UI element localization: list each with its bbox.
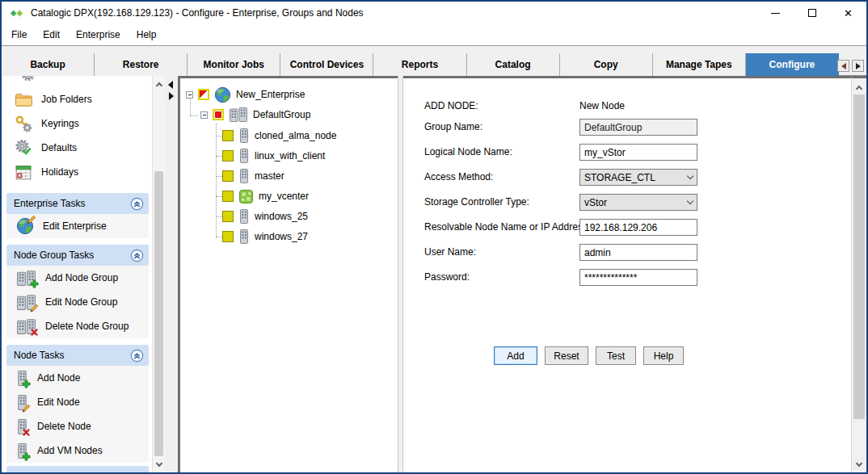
x-icon: [30, 328, 39, 337]
section-header-node-tasks[interactable]: Node Tasks: [6, 345, 149, 366]
tab-reports[interactable]: Reports: [373, 53, 466, 76]
collapse-section-icon[interactable]: [130, 349, 144, 363]
checkbox-checked[interactable]: [222, 231, 234, 242]
group-name-input[interactable]: [579, 119, 697, 136]
sidebar-item-label: Delete Node: [37, 421, 91, 432]
scroll-up-button[interactable]: [852, 81, 866, 94]
resolvable-node-name-input[interactable]: [579, 219, 697, 236]
plus-icon: [22, 452, 31, 461]
tab-manage-tapes[interactable]: Manage Tapes: [653, 53, 746, 76]
tree-item-cloned-alma-node[interactable]: cloned_alma_node: [222, 127, 336, 145]
sidebar-item-job-folders[interactable]: Job Folders: [2, 87, 152, 111]
maximize-button[interactable]: [794, 2, 830, 24]
sidebar-item-label: Add VM Nodes: [37, 445, 103, 456]
checkbox-checked[interactable]: [222, 150, 234, 161]
scroll-down-button[interactable]: [852, 458, 866, 472]
panel-splitter[interactable]: [165, 76, 178, 472]
scrollbar-thumb[interactable]: [853, 94, 865, 419]
sidebar-scrollbar[interactable]: [152, 76, 165, 472]
tab-configure[interactable]: Configure: [746, 53, 839, 76]
sidebar-item-label: Add Node Group: [45, 272, 118, 283]
sidebar-item-defaults[interactable]: Defaults: [2, 136, 152, 160]
checkbox-checked[interactable]: [222, 130, 234, 141]
tree-item-my-vcenter[interactable]: my_vcenter: [222, 187, 309, 205]
user-name-input[interactable]: [579, 244, 697, 261]
menu-file[interactable]: File: [3, 29, 35, 40]
chevron-down-icon: [687, 173, 693, 179]
tree-item-label: cloned_alma_node: [255, 130, 336, 141]
collapse-toggle-icon[interactable]: [200, 111, 208, 119]
menu-enterprise[interactable]: Enterprise: [68, 29, 129, 40]
sidebar-item-delete-node[interactable]: Delete Node: [6, 414, 149, 438]
tab-copy[interactable]: Copy: [560, 53, 653, 76]
form-title-label: ADD NODE:: [424, 100, 478, 111]
minimize-icon: [771, 13, 780, 14]
sidebar-item-edit-node-group[interactable]: Edit Node Group: [6, 290, 149, 314]
tab-scroll-right-button[interactable]: [852, 60, 864, 72]
tree-item-windows-27[interactable]: windows_27: [222, 228, 308, 245]
enterprise-tree-panel: New_Enterprise DefaultGroup cloned_alma_…: [178, 76, 398, 472]
pencil-icon: [27, 215, 36, 224]
main-scrollbar[interactable]: [851, 76, 866, 472]
sidebar-clipped-section-header: [6, 466, 149, 472]
sidebar-item-keyrings[interactable]: Keyrings: [2, 111, 152, 136]
tree-item-default-group[interactable]: DefaultGroup: [200, 106, 310, 124]
sidebar-item-edit-enterprise[interactable]: Edit Enterprise: [6, 214, 149, 238]
sidebar-item-delete-node-group[interactable]: Delete Node Group: [6, 314, 149, 338]
main-content: Job Folders Keyrings Defaults Holidays E…: [2, 76, 866, 472]
section-header-node-group-tasks[interactable]: Node Group Tasks: [6, 245, 149, 266]
window-title: Catalogic DPX(192.168.129.123) - Configu…: [31, 7, 757, 19]
tab-backup[interactable]: Backup: [2, 53, 95, 76]
menu-help[interactable]: Help: [129, 29, 165, 40]
scroll-down-button[interactable]: [153, 458, 165, 471]
storage-controller-type-select[interactable]: vStor: [579, 194, 697, 211]
tree-item-master[interactable]: master: [222, 167, 284, 185]
checkbox-checked[interactable]: [222, 191, 234, 202]
reset-button[interactable]: Reset: [545, 346, 588, 365]
close-button[interactable]: ✕: [830, 2, 866, 24]
checkbox-checked[interactable]: [222, 211, 234, 222]
checkbox-partial[interactable]: [198, 89, 209, 100]
scrollbar-thumb[interactable]: [154, 171, 163, 456]
sidebar-clipped-item: [2, 76, 152, 87]
maximize-icon: [808, 9, 816, 17]
scroll-up-button[interactable]: [153, 78, 165, 90]
checkbox-checked[interactable]: [222, 170, 234, 182]
selected-value: STORAGE_CTL: [584, 172, 688, 183]
tree-item-enterprise[interactable]: New_Enterprise: [186, 86, 305, 103]
tab-strip: Backup Restore Monitor Jobs Control Devi…: [2, 46, 866, 76]
gear-check-icon: [15, 139, 32, 157]
collapse-section-icon[interactable]: [130, 249, 144, 262]
help-button[interactable]: Help: [643, 346, 684, 365]
folder-icon: [15, 90, 32, 108]
section-header-enterprise-tasks[interactable]: Enterprise Tasks: [6, 193, 149, 214]
sidebar-item-edit-node[interactable]: Edit Node: [6, 390, 149, 414]
sidebar-item-holidays[interactable]: Holidays: [2, 160, 152, 184]
sidebar-item-label: Keyrings: [41, 118, 79, 129]
logical-node-name-input[interactable]: [579, 144, 697, 161]
tree-item-linux-with-client[interactable]: linux_with_client: [222, 147, 325, 165]
splitter-collapse-left-icon[interactable]: [168, 81, 173, 89]
sidebar-item-add-vm-nodes[interactable]: Add VM Nodes: [6, 438, 149, 463]
password-input[interactable]: [579, 269, 697, 286]
tab-restore[interactable]: Restore: [95, 53, 188, 76]
sidebar-item-add-node[interactable]: Add Node: [6, 366, 149, 390]
tab-monitor-jobs[interactable]: Monitor Jobs: [188, 53, 280, 76]
collapse-toggle-icon[interactable]: [186, 91, 193, 99]
tree-item-windows-25[interactable]: windows_25: [222, 208, 308, 225]
tab-catalog[interactable]: Catalog: [467, 53, 560, 76]
add-button[interactable]: Add: [494, 346, 537, 365]
tab-scroll-left-button[interactable]: [837, 60, 849, 72]
pencil-icon: [30, 304, 39, 313]
sidebar-item-add-node-group[interactable]: Add Node Group: [6, 266, 149, 290]
collapse-section-icon[interactable]: [130, 197, 144, 211]
minimize-button[interactable]: [757, 2, 794, 24]
tab-control-devices[interactable]: Control Devices: [280, 53, 373, 76]
menu-edit[interactable]: Edit: [35, 29, 68, 40]
chevron-down-icon: [687, 198, 693, 204]
checkbox-checked[interactable]: [213, 109, 224, 120]
test-button[interactable]: Test: [596, 346, 636, 365]
access-method-select[interactable]: STORAGE_CTL: [579, 169, 697, 186]
splitter-collapse-right-icon[interactable]: [169, 92, 174, 100]
x-icon: [22, 428, 31, 437]
